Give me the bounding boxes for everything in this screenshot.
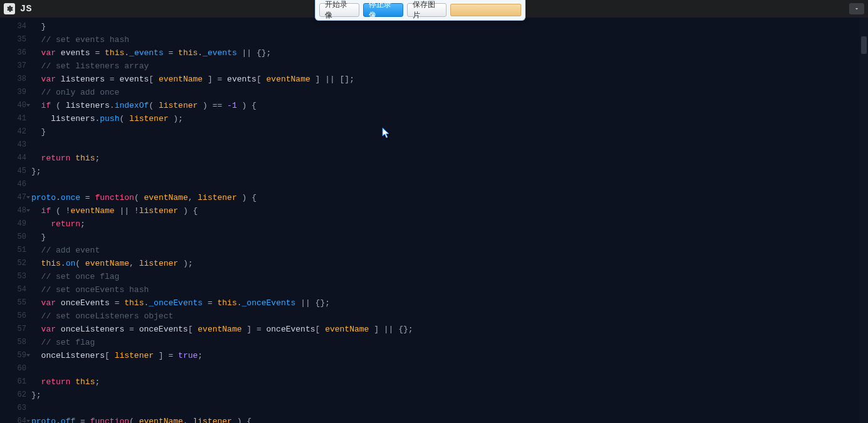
code-line[interactable]: } [31,231,868,244]
code-line[interactable]: // only add once [31,86,868,99]
gear-icon [6,5,13,13]
line-number: 64 [0,415,31,423]
line-number: 46 [0,178,31,191]
code-line[interactable]: onceListeners[ listener ] = true; [31,349,868,362]
line-number: 42 [0,125,31,138]
start-recording-button[interactable]: 开始录像 [319,3,359,17]
line-number: 40 [0,99,31,112]
line-number: 38 [0,73,31,86]
code-line[interactable]: return this; [31,152,868,165]
code-line[interactable]: var onceListeners = onceEvents[ eventNam… [31,323,868,336]
line-number: 54 [0,283,31,296]
line-number-gutter: 3435363738394041424344454647484950515253… [0,18,31,423]
code-line[interactable]: return this; [31,375,868,389]
line-number: 50 [0,231,31,244]
line-number: 37 [0,60,31,73]
line-number: 62 [0,389,31,402]
line-number: 61 [0,375,31,389]
code-line[interactable] [31,362,868,375]
line-number: 34 [0,20,31,33]
code-line[interactable]: }; [31,165,868,178]
code-line[interactable]: proto.once = function( eventName, listen… [31,191,868,204]
code-line[interactable]: // set onceListeners object [31,310,868,323]
code-content[interactable]: } // set events hash var events = this._… [31,18,868,423]
code-line[interactable]: // add event [31,244,868,257]
code-line[interactable]: // set listeners array [31,60,868,73]
code-editor[interactable]: 3435363738394041424344454647484950515253… [0,18,868,423]
scrollbar-track[interactable] [860,18,868,423]
recording-preview [450,4,521,16]
line-number: 49 [0,217,31,231]
code-line[interactable]: // set onceEvents hash [31,283,868,296]
line-number: 45 [0,165,31,178]
code-line[interactable]: if ( listeners.indexOf( listener ) == -1… [31,99,868,112]
code-line[interactable]: // set events hash [31,33,868,46]
language-label: JS [20,4,32,14]
line-number: 41 [0,112,31,125]
code-line[interactable]: this.on( eventName, listener ); [31,257,868,270]
code-line[interactable]: } [31,20,868,33]
line-number: 36 [0,46,31,60]
code-line[interactable]: } [31,125,868,138]
code-line[interactable] [31,178,868,191]
line-number: 55 [0,296,31,310]
code-line[interactable]: // set flag [31,336,868,349]
line-number: 51 [0,244,31,257]
line-number: 47 [0,191,31,204]
code-line[interactable] [31,138,868,152]
line-number: 63 [0,402,31,415]
code-line[interactable]: listeners.push( listener ); [31,112,868,125]
stop-recording-button[interactable]: 停止录像 [363,3,403,17]
line-number: 44 [0,152,31,165]
panel-collapse-button[interactable] [849,3,864,14]
line-number: 39 [0,86,31,99]
line-number: 60 [0,362,31,375]
line-number: 53 [0,270,31,283]
code-line[interactable]: var events = this._events = this._events… [31,46,868,60]
code-line[interactable]: if ( !eventName || !listener ) { [31,204,868,217]
line-number: 52 [0,257,31,270]
line-number: 43 [0,138,31,152]
code-line[interactable]: // set once flag [31,270,868,283]
line-number: 48 [0,204,31,217]
chevron-down-icon [854,6,860,12]
code-line[interactable] [31,402,868,415]
code-line[interactable]: }; [31,389,868,402]
code-line[interactable]: var onceEvents = this._onceEvents = this… [31,296,868,310]
settings-button[interactable] [4,3,15,14]
save-image-button[interactable]: 保存图片 [407,3,447,17]
line-number: 35 [0,33,31,46]
line-number: 56 [0,310,31,323]
code-line[interactable]: var listeners = events[ eventName ] = ev… [31,73,868,86]
code-line[interactable]: proto.off = function( eventName, listene… [31,415,868,423]
scrollbar-thumb[interactable] [861,36,867,54]
line-number: 57 [0,323,31,336]
screen-recorder-toolbar: 开始录像 停止录像 保存图片 [315,0,526,21]
line-number: 59 [0,349,31,362]
line-number: 58 [0,336,31,349]
code-line[interactable]: return; [31,217,868,231]
